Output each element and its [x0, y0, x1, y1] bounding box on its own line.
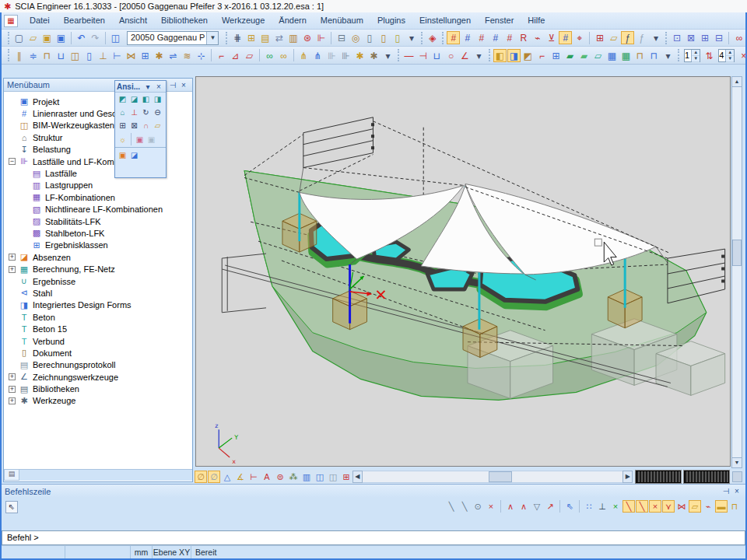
document-new-icon[interactable]: ▯ [391, 31, 404, 44]
copy-geometry-icon[interactable]: ⊡ [670, 31, 683, 44]
model-data-icon[interactable]: ⁂ [287, 471, 300, 483]
tree-tab[interactable]: ▤ [4, 470, 19, 481]
tree-item-berechnungsprotokoll[interactable]: ▤Berechnungsprotokoll [4, 359, 192, 371]
cross-snap-icon[interactable]: × [609, 500, 622, 513]
open-results-icon[interactable]: ▱ [607, 31, 620, 44]
circle-icon[interactable]: ○ [444, 49, 458, 62]
select-triangle-icon[interactable]: ⊿ [229, 49, 242, 62]
wire-mode-icon[interactable]: ∅ [208, 471, 220, 483]
scroll-right-icon[interactable]: ▶ [622, 471, 633, 483]
window-corner-icon[interactable]: ⌐ [535, 49, 549, 62]
load-case-5-icon[interactable]: # [503, 31, 516, 44]
frame-a-icon[interactable]: ⊓ [633, 49, 647, 62]
toolbar-grip[interactable] [398, 49, 399, 61]
angle-icon[interactable]: ∠ [458, 49, 472, 62]
clipboard-icon[interactable]: ▥ [286, 31, 300, 44]
close-icon[interactable]: × [731, 487, 742, 495]
labels-icon[interactable]: A [261, 471, 273, 483]
wave-tool-icon[interactable]: ≋ [181, 49, 194, 62]
toolbar-grip[interactable] [421, 32, 423, 44]
load-line-icon[interactable]: ⌁ [531, 31, 544, 44]
vertical-scrollbar-thumb[interactable] [732, 240, 742, 266]
view-glasses-icon[interactable]: ∞ [732, 31, 745, 44]
rectangle-icon[interactable]: ⊔ [430, 49, 444, 62]
burst-a-icon[interactable]: ✱ [353, 49, 366, 62]
tree-expander[interactable]: + [9, 397, 16, 404]
menu-ansicht[interactable]: Ansicht [112, 12, 154, 29]
snap-intersection-icon[interactable]: × [649, 500, 661, 513]
dimension-icon[interactable]: ⊣ [416, 49, 430, 62]
tree-item-absenzen[interactable]: +◪Absenzen [4, 251, 192, 263]
fx-on-icon[interactable]: ƒ [621, 31, 634, 44]
copy-properties-icon[interactable]: ⊞ [698, 31, 711, 44]
undo-icon[interactable]: ↶ [75, 31, 88, 44]
snap-free-icon[interactable]: ╲ [445, 500, 458, 513]
axis-icon[interactable]: ⊥ [128, 107, 140, 118]
paste-properties-icon[interactable]: ⊟ [712, 31, 725, 44]
fe-grid-icon[interactable]: ⊞ [340, 471, 352, 483]
overflow-icon[interactable]: ▾ [472, 49, 486, 62]
menu-plugins[interactable]: Plugins [370, 12, 412, 29]
snap-midpoint-icon[interactable]: ╲ [636, 500, 648, 513]
snap-tangent-icon[interactable]: ⋈ [675, 500, 688, 513]
snap-endpoint-icon[interactable]: ╲ [622, 500, 635, 513]
flags-icon[interactable]: ⊩ [314, 31, 328, 44]
tree-expander[interactable]: + [9, 254, 16, 261]
toolbar-grip[interactable] [8, 32, 9, 44]
document-edit-icon[interactable]: ▯ [377, 31, 390, 44]
spinner-down-icon[interactable]: ▼ [726, 56, 734, 62]
view-axo-icon[interactable]: ◩ [117, 93, 128, 105]
light-icon[interactable]: ☼ [117, 134, 128, 145]
paste-geometry-icon[interactable]: ⊠ [684, 31, 697, 44]
horizontal-scrollbar-track[interactable] [363, 471, 623, 483]
spinner-down-icon[interactable]: ▼ [692, 56, 700, 62]
coord-info-icon[interactable]: ▣ [117, 149, 128, 161]
menu-werkzeuge[interactable]: Werkzeuge [215, 12, 272, 29]
load-case-2-icon[interactable]: # [461, 31, 474, 44]
visibility-b-icon[interactable]: ∞ [277, 49, 290, 62]
overflow-icon[interactable]: ▾ [381, 49, 395, 62]
toolbar-grip[interactable] [442, 32, 444, 44]
spinner-up-icon[interactable]: ▲ [726, 50, 734, 56]
snap-point-icon[interactable]: ╲ [458, 500, 471, 513]
tree-item-beton-15[interactable]: TBeton 15 [4, 323, 192, 334]
view-xy-icon[interactable]: ◨ [152, 93, 163, 105]
pointer-mode-button[interactable]: ⇖ [5, 501, 18, 513]
volumes-icon[interactable]: △ [221, 471, 233, 483]
shape-icon[interactable]: ▱ [591, 49, 605, 62]
frame-tool-icon[interactable]: ⊓ [40, 49, 54, 62]
tree-item-verbund[interactable]: TVerbund [4, 335, 192, 347]
display-params-icon[interactable]: ◫ [314, 471, 326, 483]
tree-item-bibliotheken[interactable]: +▤Bibliotheken [4, 383, 192, 394]
overflow-icon[interactable]: ▾ [649, 31, 662, 44]
scroll-up-icon[interactable]: ▲ [732, 77, 742, 87]
vertical-scrollbar-track[interactable] [732, 87, 742, 457]
loads-display-icon[interactable]: ⊢ [247, 471, 260, 483]
numbering-icon[interactable]: ▥ [300, 471, 313, 483]
layer-b-icon[interactable]: ⊪ [339, 49, 352, 62]
support-tool-icon[interactable]: ⊥ [96, 49, 110, 62]
tree-item-zeichnungswerkzeuge[interactable]: +∠Zeichnungswerkzeuge [4, 371, 192, 383]
zoom-window-icon[interactable]: ⊞ [117, 120, 128, 131]
print-icon[interactable]: ⊟ [335, 31, 348, 44]
open-icon[interactable]: ▱ [26, 31, 40, 44]
tree-item-integriertes-design-forms[interactable]: ◨Integriertes Design Forms [4, 299, 192, 311]
panel-tool-icon[interactable]: ▯ [82, 49, 96, 62]
toolbar-grip[interactable] [665, 32, 667, 44]
scroll-left-icon[interactable]: ◀ [352, 471, 363, 483]
tree-item-dokument[interactable]: ▯Dokument [4, 347, 192, 359]
menu-datei[interactable]: Datei [23, 12, 57, 29]
snap-table-icon[interactable]: ⊓ [728, 500, 741, 513]
load-point-icon[interactable]: ⊻ [545, 31, 558, 44]
load-case-1-icon[interactable]: # [447, 31, 460, 44]
menubar-logo-button[interactable]: ▦ [4, 15, 18, 27]
menu-menbaum[interactable]: Menübaum [314, 12, 370, 29]
status-units[interactable]: mm [131, 546, 153, 558]
tree-item-beton[interactable]: TBeton [4, 311, 192, 323]
gallery-icon[interactable]: ⊞ [244, 31, 258, 44]
tree-expander[interactable]: + [9, 386, 16, 393]
swap-tool-icon[interactable]: ⇌ [167, 49, 180, 62]
slab-tool-icon[interactable]: ⊔ [54, 49, 68, 62]
select-corner-icon[interactable]: ⌐ [215, 49, 228, 62]
scale-icon[interactable]: × [737, 49, 747, 62]
